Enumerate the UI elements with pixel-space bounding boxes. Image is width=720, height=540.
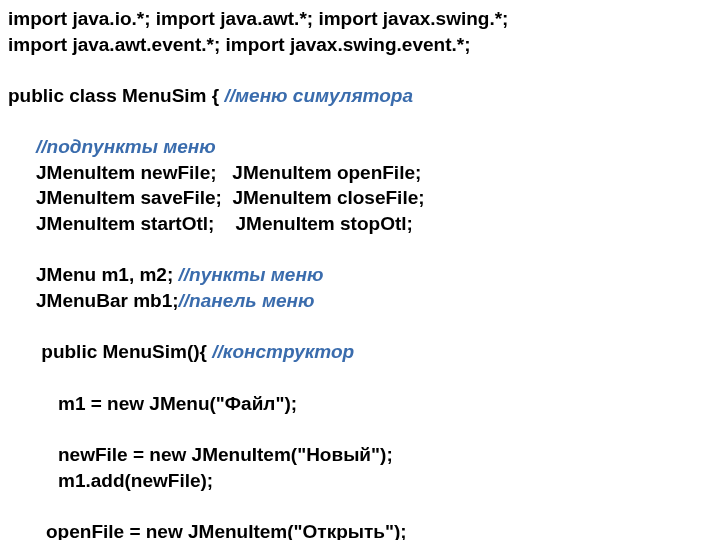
code-comment: //конструктор bbox=[212, 341, 354, 362]
code-line: public MenuSim(){ //конструктор bbox=[8, 339, 712, 365]
code-line: public class MenuSim { //меню симулятора bbox=[8, 83, 712, 109]
code-line: m1.add(newFile); bbox=[8, 468, 712, 494]
code-comment: //панель меню bbox=[179, 290, 315, 311]
code-line: import java.awt.event.*; import javax.sw… bbox=[8, 32, 712, 58]
blank-line bbox=[8, 109, 712, 135]
code-text: newFile = new JMenuItem("Новый"); bbox=[58, 444, 393, 465]
code-text: public class MenuSim { bbox=[8, 85, 224, 106]
blank-line bbox=[8, 314, 712, 340]
code-line: JMenuBar mb1;//панель меню bbox=[8, 288, 712, 314]
code-line: JMenuItem newFile; JMenuItem openFile; bbox=[8, 160, 712, 186]
code-text: JMenuBar mb1; bbox=[36, 290, 179, 311]
code-line: JMenu m1, m2; //пункты меню bbox=[8, 262, 712, 288]
blank-line bbox=[8, 365, 712, 391]
code-text: JMenuItem saveFile; JMenuItem closeFile; bbox=[36, 187, 425, 208]
blank-line bbox=[8, 237, 712, 263]
code-line: //подпункты меню bbox=[8, 134, 712, 160]
blank-line bbox=[8, 416, 712, 442]
code-text: m1 = new JMenu("Файл"); bbox=[58, 393, 297, 414]
code-text: JMenuItem startOtl; JMenuItem stopOtl; bbox=[36, 213, 413, 234]
code-text: JMenu m1, m2; bbox=[36, 264, 179, 285]
code-comment: //пункты меню bbox=[179, 264, 324, 285]
code-slide: import java.io.*; import java.awt.*; imp… bbox=[0, 0, 720, 540]
blank-line bbox=[8, 57, 712, 83]
code-line: JMenuItem saveFile; JMenuItem closeFile; bbox=[8, 185, 712, 211]
code-line: openFile = new JMenuItem("Открыть"); bbox=[8, 519, 712, 540]
code-text: m1.add(newFile); bbox=[58, 470, 213, 491]
code-comment: //меню симулятора bbox=[224, 85, 413, 106]
code-text: JMenuItem newFile; JMenuItem openFile; bbox=[36, 162, 421, 183]
code-line: m1 = new JMenu("Файл"); bbox=[8, 391, 712, 417]
code-line: newFile = new JMenuItem("Новый"); bbox=[8, 442, 712, 468]
code-line: import java.io.*; import java.awt.*; imp… bbox=[8, 6, 712, 32]
code-text: public MenuSim(){ bbox=[36, 341, 212, 362]
code-line: JMenuItem startOtl; JMenuItem stopOtl; bbox=[8, 211, 712, 237]
code-text: openFile = new JMenuItem("Открыть"); bbox=[46, 521, 407, 540]
code-comment: //подпункты меню bbox=[36, 136, 216, 157]
blank-line bbox=[8, 493, 712, 519]
